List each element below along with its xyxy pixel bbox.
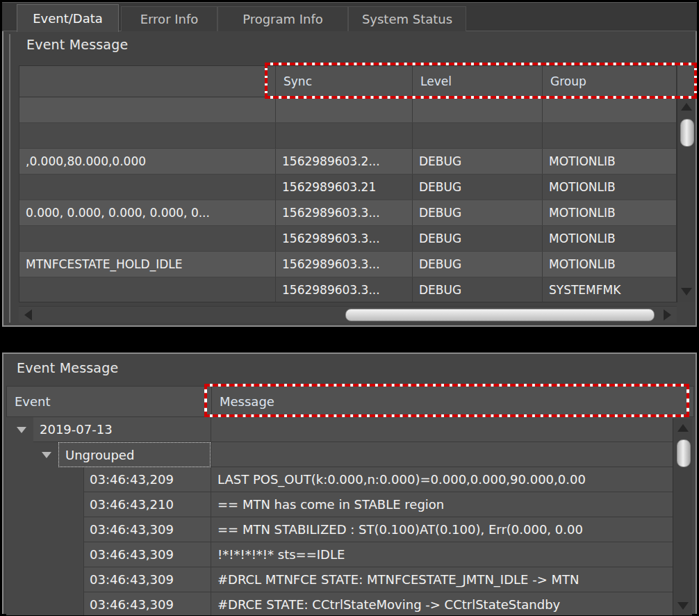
cell-group[interactable]: MOTIONLIB — [542, 252, 676, 277]
cell-time[interactable]: 03:46:43,309 — [83, 567, 211, 592]
cell-sync[interactable]: 1562989603.2... — [275, 149, 412, 174]
cell-event[interactable] — [19, 97, 275, 122]
table-row[interactable]: 1562989603.3... DEBUG SYSTEMFMK — [19, 277, 676, 302]
tree-leaf-row[interactable]: 03:46:43,309 == MTN STABILIZED : ST(0.10… — [6, 517, 673, 542]
header-corner — [677, 65, 695, 96]
scroll-up-icon[interactable] — [677, 424, 689, 432]
cell-group[interactable]: MOTIONLIB — [542, 175, 676, 200]
cell-sync[interactable]: 1562989603.3... — [275, 200, 412, 225]
cell-sync[interactable]: 1562989603.3... — [275, 252, 412, 277]
column-header-message[interactable]: Message — [211, 387, 693, 416]
cell-level[interactable]: DEBUG — [412, 200, 542, 225]
cell-group[interactable]: MOTIONLIB — [542, 226, 676, 251]
scroll-up-icon[interactable] — [681, 103, 692, 111]
cell-message[interactable]: == MTN STABILIZED : ST(0.100)AT(0.100), … — [211, 517, 673, 542]
table-row[interactable]: 1562989603.21 DEBUG MOTIONLIB — [19, 175, 676, 200]
cell-level[interactable]: DEBUG — [412, 149, 542, 174]
cell-sync[interactable]: 1562989603.3... — [275, 277, 412, 302]
cell-level[interactable]: DEBUG — [412, 252, 542, 277]
cell-event[interactable]: 0.000, 0.000, 0.000, 0.000, 0... — [19, 200, 275, 225]
cell-event[interactable] — [19, 123, 275, 148]
tab-event-data[interactable]: Event/Data — [17, 4, 119, 32]
cell-message[interactable] — [211, 417, 673, 442]
cell-event[interactable]: MTNFCESTATE_HOLD_IDLE — [19, 252, 275, 277]
group-label[interactable]: 2019-07-13 — [33, 417, 211, 442]
cell-time[interactable]: 03:46:43,209 — [83, 467, 211, 492]
vertical-scrollbar[interactable] — [673, 419, 692, 615]
cell-sync[interactable]: 1562989603.21 — [275, 175, 412, 200]
cell-level[interactable] — [412, 97, 542, 122]
cell-event[interactable]: ,0.000,80.000,0.000 — [19, 149, 275, 174]
column-header-group[interactable]: Group — [542, 66, 676, 97]
tree-header-row: Event Message — [6, 386, 694, 417]
cell-group[interactable]: MOTIONLIB — [542, 149, 676, 174]
column-header-sync[interactable]: Sync — [275, 66, 412, 97]
vertical-scrollbar[interactable] — [677, 96, 695, 302]
expander-icon[interactable] — [42, 452, 51, 458]
bottom-panel-title: Event Message — [17, 360, 118, 375]
group-label-focused[interactable]: Ungrouped — [58, 442, 211, 467]
scroll-down-icon[interactable] — [681, 288, 692, 295]
expander-icon[interactable] — [17, 427, 26, 433]
cell-time[interactable]: 03:46:43,309 — [83, 517, 211, 542]
tree-group-row[interactable]: Ungrouped — [6, 442, 673, 467]
tab-error-info[interactable]: Error Info — [121, 6, 217, 31]
tree-indent — [6, 417, 33, 442]
cell-group[interactable]: SYSTEMFMK — [542, 277, 676, 302]
vscroll-thumb[interactable] — [677, 439, 691, 467]
cell-sync[interactable] — [275, 97, 412, 122]
event-message-tree: 2019-07-13 Ungrouped 03:46:43,209 LAST P… — [6, 417, 673, 615]
column-header-event[interactable]: Event — [7, 387, 211, 416]
cell-group[interactable]: MOTIONLIB — [542, 200, 676, 225]
tab-program-info[interactable]: Program Info — [217, 6, 348, 31]
cell-message[interactable]: !*!*!*!*!* sts==IDLE — [211, 542, 673, 567]
tree-indent — [6, 517, 83, 542]
cell-level[interactable]: DEBUG — [412, 277, 542, 302]
cell-message[interactable] — [211, 442, 673, 467]
tree-leaf-row[interactable]: 03:46:43,309 #DRCL MTNFCE STATE: MTNFCES… — [6, 567, 673, 592]
tree-leaf-row[interactable]: 03:46:43,209 LAST POS_OUT(k:0.000,n:0.00… — [6, 467, 673, 492]
cell-event[interactable] — [19, 277, 275, 302]
cell-message[interactable]: #DRCE STATE: CCtrlStateMoving -> CCtrlSt… — [211, 592, 673, 615]
cell-sync[interactable]: 1562989603.3... — [275, 226, 412, 251]
cell-message[interactable]: == MTN has come in STABLE region — [211, 492, 673, 517]
cell-time[interactable]: 03:46:43,309 — [83, 542, 211, 567]
hscroll-thumb[interactable] — [345, 309, 655, 321]
tree-group-row[interactable]: 2019-07-13 — [6, 417, 673, 442]
tree-indent — [6, 442, 58, 467]
tree-indent — [6, 567, 83, 592]
tab-system-status[interactable]: System Status — [348, 6, 466, 31]
cell-level[interactable] — [412, 123, 542, 148]
scroll-right-icon[interactable] — [664, 309, 671, 321]
tree-leaf-row[interactable]: 03:46:43,309 #DRCE STATE: CCtrlStateMovi… — [6, 592, 673, 615]
cell-message[interactable]: #DRCL MTNFCE STATE: MTNFCESTATE_JMTN_IDL… — [211, 567, 673, 592]
table-row[interactable]: MTNFCESTATE_HOLD_IDLE 1562989603.3... DE… — [19, 252, 676, 277]
table-row[interactable] — [19, 97, 676, 123]
cell-event[interactable] — [19, 175, 275, 200]
table-row[interactable]: 0.000, 0.000, 0.000, 0.000, 0... 1562989… — [19, 200, 676, 226]
column-header-level[interactable]: Level — [412, 66, 542, 97]
cell-time[interactable]: 03:46:43,210 — [83, 492, 211, 517]
column-header-event[interactable] — [19, 66, 275, 97]
table-row[interactable]: ,0.000,80.000,0.000 1562989603.2... DEBU… — [19, 149, 676, 175]
cell-level[interactable]: DEBUG — [412, 226, 542, 251]
cell-group[interactable] — [542, 97, 676, 122]
cell-level[interactable]: DEBUG — [412, 175, 542, 200]
cell-time[interactable]: 03:46:43,309 — [83, 592, 211, 615]
tree-leaf-row[interactable]: 03:46:43,210 == MTN has come in STABLE r… — [6, 492, 673, 517]
tree-indent — [6, 542, 83, 567]
event-message-table: Sync Level Group ,0.000,80.000,0.000 156… — [19, 65, 677, 302]
tab-bar: Event/Data Error Info Program Info Syste… — [2, 2, 697, 31]
scroll-down-icon[interactable] — [677, 602, 689, 610]
table-row[interactable]: 1562989603.3... DEBUG MOTIONLIB — [19, 226, 676, 252]
tree-leaf-row[interactable]: 03:46:43,309 !*!*!*!*!* sts==IDLE — [6, 542, 673, 567]
cell-group[interactable] — [542, 123, 676, 148]
cell-message[interactable]: LAST POS_OUT(k:0.000,n:0.000)=0.000,0.00… — [211, 467, 673, 492]
cell-event[interactable] — [19, 226, 275, 251]
cell-sync[interactable] — [275, 123, 412, 148]
top-panel-title: Event Message — [26, 37, 128, 52]
table-row[interactable] — [19, 123, 676, 149]
scroll-left-icon[interactable] — [24, 309, 32, 321]
horizontal-scrollbar[interactable] — [19, 306, 677, 323]
vscroll-thumb[interactable] — [680, 119, 694, 147]
